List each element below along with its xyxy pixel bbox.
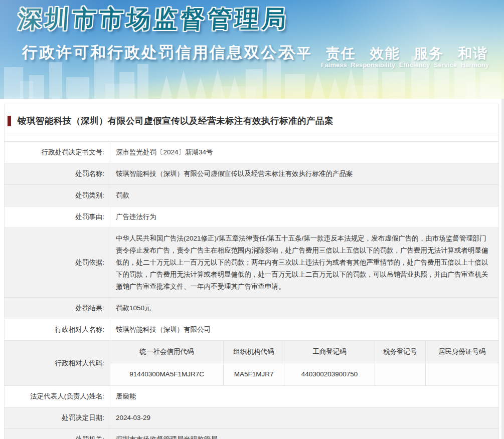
table-row: 处罚事由:广告违法行为 (5, 206, 498, 228)
code-column-header: 组织机构代码 (223, 341, 284, 363)
row-value: 深圳市市场监督管理局光明监管局 (110, 429, 498, 439)
divider (5, 135, 498, 135)
slogan-english: Faimess Responsibility Efficiency Servic… (321, 61, 489, 69)
row-value: 罚款 (110, 185, 498, 206)
row-value: 铵琪智能科技（深圳）有限公司虚假宣传以及经营未标注有效执行标准的产品案 (110, 163, 498, 184)
penalty-table: 行政处罚决定书文号:深市监光处罚〔2024〕新湖34号处罚名称:铵琪智能科技（深… (5, 141, 498, 439)
case-header: 铵琪智能科技（深圳）有限公司虚假宣传以及经营未标注有效执行标准的产品案 (5, 104, 498, 135)
agency-title: 深圳市市场监督管理局 (17, 3, 290, 35)
code-value: 440300203900750 (284, 363, 375, 385)
row-label: 处罚依据: (5, 228, 110, 297)
row-label: 行政处罚决定书文号: (5, 142, 110, 163)
table-row: 行政相对人名称:铵琪智能科技（深圳）有限公司 (5, 319, 498, 341)
row-value: 中华人民共和国广告法(2021修正)/第五章法律责任/第五十五条/第一款违反本法… (110, 228, 498, 297)
scrollbar[interactable] (501, 99, 504, 439)
row-value: 广告违法行为 (110, 206, 498, 228)
table-row: 行政相对人代码:统一社会信用代码组织机构代码工商登记码税务登记号居民身份证号码9… (5, 341, 498, 386)
table-row: 处罚类别:罚款 (5, 185, 498, 206)
case-title: 铵琪智能科技（深圳）有限公司虚假宣传以及经营未标注有效执行标准的产品案 (18, 115, 333, 127)
table-row: 处罚决定日期:2024-03-29 (5, 407, 498, 429)
row-label: 处罚类别: (5, 185, 110, 206)
row-value-codes: 统一社会信用代码组织机构代码工商登记码税务登记号居民身份证号码91440300M… (110, 341, 498, 385)
row-value: 2024-03-29 (110, 407, 498, 428)
title-accent-bar (8, 116, 11, 126)
code-value: MA5F1MJR7 (223, 363, 284, 385)
table-row: 处罚依据:中华人民共和国广告法(2021修正)/第五章法律责任/第五十五条/第一… (5, 228, 498, 298)
row-label: 处罚事由: (5, 206, 110, 228)
row-value: 唐燊能 (110, 386, 498, 407)
code-column-header: 税务登记号 (375, 341, 425, 363)
table-row: 行政处罚决定书文号:深市监光处罚〔2024〕新湖34号 (5, 142, 498, 163)
code-value (375, 363, 425, 385)
codes-subtable: 统一社会信用代码组织机构代码工商登记码税务登记号居民身份证号码91440300M… (110, 341, 498, 385)
site-banner: 深圳市市场监督管理局 行政许可和行政处罚信用信息双公示 公平 责任 效能 服务 … (0, 0, 504, 99)
row-value: 深市监光处罚〔2024〕新湖34号 (110, 142, 498, 163)
row-label: 行政相对人代码: (5, 341, 110, 385)
code-column-header: 统一社会信用代码 (110, 341, 223, 363)
table-row: 处罚名称:铵琪智能科技（深圳）有限公司虚假宣传以及经营未标注有效执行标准的产品案 (5, 163, 498, 185)
row-label: 法定代表人(负责人)姓名: (5, 386, 110, 407)
content-card: 铵琪智能科技（深圳）有限公司虚假宣传以及经营未标注有效执行标准的产品案 行政处罚… (4, 104, 499, 439)
code-value (425, 363, 498, 385)
table-row: 处罚机关:深圳市市场监督管理局光明监管局 (5, 429, 498, 439)
code-column-header: 工商登记码 (284, 341, 375, 363)
slogan-chinese: 公平 责任 效能 服务 和谐 (282, 44, 488, 63)
code-column-header: 居民身份证号码 (425, 341, 498, 363)
table-row: 处罚结果:罚款1050元 (5, 298, 498, 319)
row-value: 铵琪智能科技（深圳）有限公司 (110, 319, 498, 340)
banner-subtitle: 行政许可和行政处罚信用信息双公示 (22, 42, 295, 63)
code-value: 91440300MA5F1MJR7C (110, 363, 223, 385)
row-value: 罚款1050元 (110, 298, 498, 319)
row-label: 处罚名称: (5, 163, 110, 184)
row-label: 处罚机关: (5, 429, 110, 439)
table-row: 法定代表人(负责人)姓名:唐燊能 (5, 386, 498, 407)
row-label: 处罚决定日期: (5, 407, 110, 428)
row-label: 行政相对人名称: (5, 319, 110, 340)
row-label: 处罚结果: (5, 298, 110, 319)
